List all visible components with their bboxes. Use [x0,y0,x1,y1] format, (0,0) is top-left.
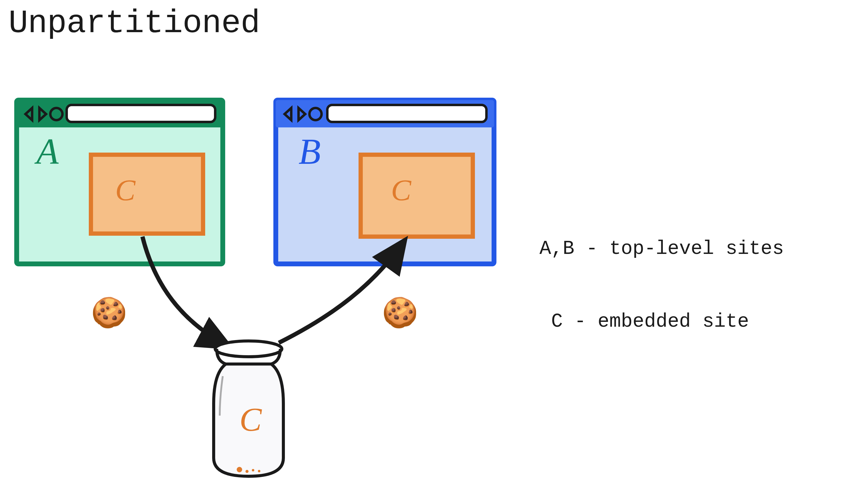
svg-point-10 [215,341,282,357]
embedded-a-label: C [115,173,136,207]
site-b-label: B [299,131,321,172]
browser-window-a: A C [17,100,223,264]
svg-rect-4 [91,155,203,234]
svg-point-11 [237,467,242,472]
svg-rect-8 [327,105,487,122]
jar-label: C [240,401,262,438]
cookie-jar: C [214,341,283,476]
site-a-label: A [34,131,59,172]
svg-point-14 [258,470,260,472]
svg-point-13 [252,469,254,471]
embedded-b-label: C [391,173,411,207]
svg-rect-3 [67,105,215,122]
browser-window-b: B C [276,100,494,264]
svg-point-12 [246,470,249,473]
embedded-frame-b: C [361,155,473,237]
svg-rect-9 [361,155,473,237]
embedded-frame-a: C [91,155,203,234]
